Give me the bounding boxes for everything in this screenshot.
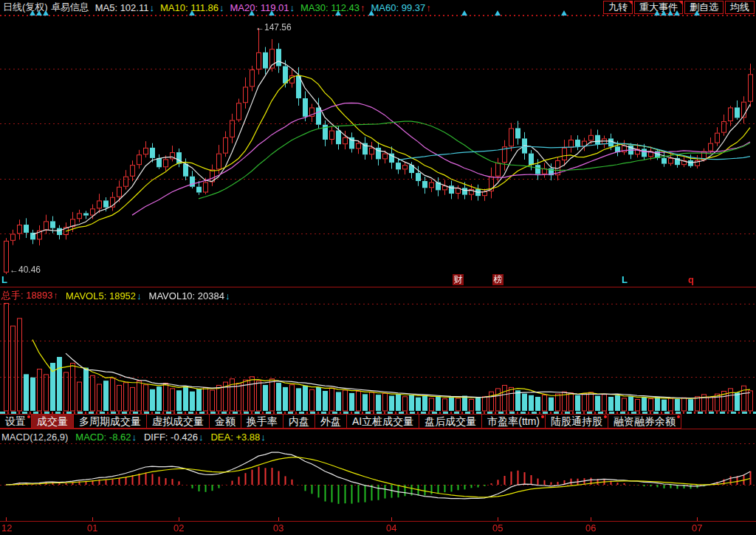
volume-chart-canvas[interactable] xyxy=(0,303,756,412)
signal-triangle-icon xyxy=(189,10,195,16)
nine-turn-button[interactable]: 九转 xyxy=(603,1,633,14)
tab-turnover-rate[interactable]: 换手率 xyxy=(241,414,284,429)
down-arrow-icon: ↓ xyxy=(289,2,295,13)
section-divider xyxy=(0,287,756,287)
down-arrow-icon: ↓ xyxy=(131,432,137,443)
main-price-chart-canvas[interactable] xyxy=(0,16,756,287)
tab-volume[interactable]: 成交量 xyxy=(31,414,74,429)
up-arrow-icon: ↑ xyxy=(360,2,365,13)
tab-inner-volume[interactable]: 内盘 xyxy=(283,414,315,429)
ma5-legend: MA5: 102.11↓ xyxy=(95,2,154,13)
macd-params: MACD(12,26,9) xyxy=(1,432,68,443)
tab-amount[interactable]: 金额 xyxy=(209,414,241,429)
tab-pe-ttm[interactable]: 市盈率(ttm) xyxy=(481,414,546,429)
tab-ai-pillar-volume[interactable]: AI立桩成交量 xyxy=(346,414,419,429)
down-arrow-icon: ↓ xyxy=(225,290,230,301)
event-marker-q[interactable]: q xyxy=(688,274,694,285)
macd-header: MACD(12,26,9) MACD: -8.62↓ DIFF: -0.426↓… xyxy=(1,431,266,443)
month-label: 06 xyxy=(585,522,596,534)
axis-tick xyxy=(391,517,392,521)
remove-watchlist-button[interactable]: 删自选 xyxy=(684,1,724,14)
axis-tick xyxy=(591,517,591,521)
notification-dot-icon xyxy=(604,415,607,418)
tab-virtual-volume[interactable]: 虚拟成交量 xyxy=(146,414,210,429)
corner-flag-icon xyxy=(628,1,633,5)
signal-triangle-icon xyxy=(36,10,42,16)
signal-triangle-icon xyxy=(694,10,700,16)
section-divider xyxy=(0,429,756,429)
tab-multi-period-volume[interactable]: 多周期成交量 xyxy=(73,414,147,429)
stock-name[interactable]: 卓易信息 xyxy=(51,1,89,14)
notification-dot-icon xyxy=(27,415,30,418)
indicator-tab-bar: 设置 成交量 多周期成交量 虚拟成交量 金额 换手率 内盘 外盘 AI立桩成交量… xyxy=(0,412,756,429)
axis-tick xyxy=(179,517,179,521)
tab-margin-balance[interactable]: 融资融券余额 xyxy=(608,414,681,429)
signal-triangle-icon xyxy=(461,10,467,16)
signal-triangle-icon xyxy=(674,10,680,16)
signal-triangle-icon xyxy=(495,10,501,16)
high-price-annotation: ←147.56 xyxy=(255,22,292,33)
month-label: 05 xyxy=(492,522,503,534)
notification-dot-icon xyxy=(541,415,544,418)
down-arrow-icon: ↓ xyxy=(199,432,204,443)
ma-settings-button[interactable]: 均线 xyxy=(725,1,755,14)
down-arrow-icon: ↓ xyxy=(137,290,142,301)
month-label: 12 xyxy=(1,522,12,534)
axis-tick xyxy=(6,517,7,521)
bottom-axis-line xyxy=(0,521,756,522)
down-arrow-icon: ↓ xyxy=(149,2,154,13)
signal-triangle-icon xyxy=(335,10,341,16)
axis-tick xyxy=(498,517,498,521)
volume-header: 总手: 18893↑ MAVOL5: 18952↓ MAVOL10: 20384… xyxy=(1,289,230,302)
signal-triangle-icon xyxy=(667,10,673,16)
down-arrow-icon: ↓ xyxy=(219,2,224,13)
month-label: 04 xyxy=(386,522,396,534)
signal-triangle-icon xyxy=(654,10,660,16)
ma30-legend: MA30: 112.43↑ xyxy=(300,2,365,13)
up-arrow-icon: ↑ xyxy=(426,2,431,13)
corner-flag-icon xyxy=(678,1,683,5)
low-price-annotation: ←40.46 xyxy=(10,265,41,275)
up-arrow-icon: ↑ xyxy=(53,290,58,301)
ma20-legend: MA20: 119.01↓ xyxy=(230,2,295,13)
month-label: 01 xyxy=(87,522,97,534)
signal-triangle-icon xyxy=(661,10,667,16)
signal-triangle-icon xyxy=(368,10,374,16)
signal-triangle-icon xyxy=(43,10,49,16)
ma60-legend: MA60: 99.37↑ xyxy=(371,2,430,13)
tab-after-hours-volume[interactable]: 盘后成交量 xyxy=(419,414,482,429)
month-label: 03 xyxy=(273,522,284,534)
tab-northbound-holdings[interactable]: 陆股通持股 xyxy=(545,414,608,429)
notification-dot-icon xyxy=(677,415,680,418)
axis-tick xyxy=(697,517,698,521)
signal-triangle-icon xyxy=(269,10,275,16)
event-marker-榜[interactable]: 榜 xyxy=(492,274,504,285)
event-marker-L[interactable]: L xyxy=(622,274,628,285)
trading-app-window: 日线(复权) 卓易信息 MA5: 102.11↓ MA10: 111.86↓ M… xyxy=(0,0,756,535)
lhb-corner-marker[interactable]: L xyxy=(1,274,7,285)
month-label: 02 xyxy=(173,522,184,534)
signal-triangle-icon xyxy=(30,10,35,16)
tab-settings[interactable]: 设置 xyxy=(0,414,32,429)
down-arrow-icon: ↓ xyxy=(261,432,266,443)
axis-tick xyxy=(278,517,279,521)
chart-header-bar: 日线(复权) 卓易信息 MA5: 102.11↓ MA10: 111.86↓ M… xyxy=(0,0,756,15)
month-label: 07 xyxy=(692,522,702,534)
signal-triangle-icon xyxy=(249,10,255,16)
axis-tick xyxy=(92,517,93,521)
macd-chart-canvas[interactable] xyxy=(0,443,756,521)
signal-triangle-icon xyxy=(561,10,567,16)
tab-outer-volume[interactable]: 外盘 xyxy=(315,414,347,429)
event-marker-财[interactable]: 财 xyxy=(453,274,464,285)
